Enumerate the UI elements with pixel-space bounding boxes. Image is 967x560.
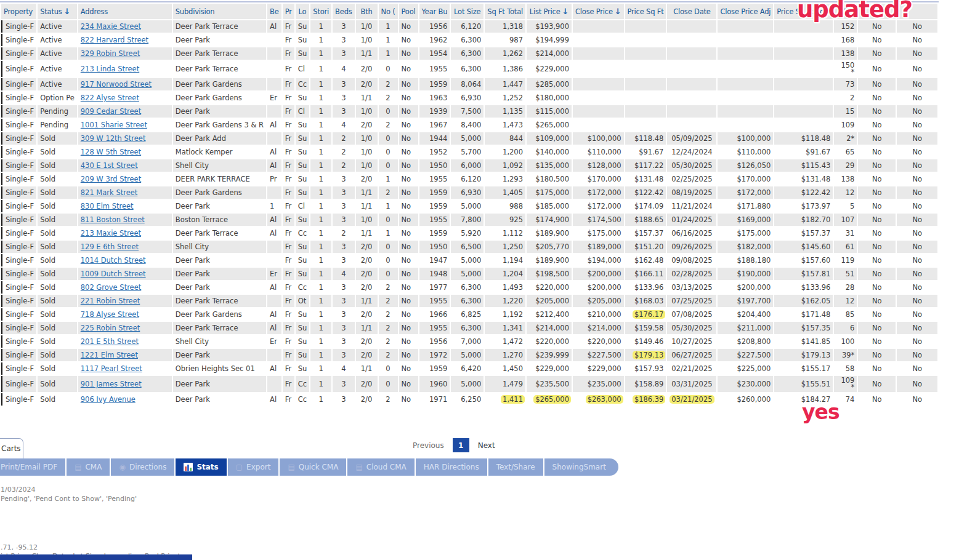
cell-address: 821 Mark Street — [78, 186, 172, 199]
column-header-status[interactable]: Status↓ — [38, 4, 77, 19]
column-header-year[interactable]: Year Bu — [419, 4, 450, 19]
address-link[interactable]: 802 Grove Street — [81, 283, 142, 292]
column-header-close[interactable]: Close Price↓ — [573, 4, 624, 19]
column-header-address[interactable]: Address — [78, 4, 172, 19]
toolbar-button-stats[interactable]: Stats — [176, 458, 226, 476]
listing-row: Single-FSold209 W 3rd StreetDEER PARK TE… — [1, 173, 937, 185]
cell-subdivision: Deer Park Gardens — [173, 186, 266, 199]
cell-lo: Su — [296, 268, 310, 280]
next-page-button[interactable]: Next — [478, 441, 495, 450]
toolbar-button-export[interactable]: ▢Export — [228, 458, 279, 476]
address-link[interactable]: 1014 Dutch Street — [81, 256, 146, 265]
address-link[interactable]: 213 Maxie Street — [81, 229, 141, 238]
cell-status: Active — [38, 47, 77, 60]
toolbar-button-showingsmart[interactable]: ShowingSmart — [544, 458, 618, 476]
address-link[interactable]: 309 W 12th Street — [81, 134, 146, 143]
cell-sqft: 1,472 — [485, 335, 525, 348]
cell-closedate: 03/31/2025 — [667, 376, 716, 392]
toolbar-button-cma[interactable]: ▤CMA — [67, 458, 110, 476]
cell-beds: 3 — [333, 254, 354, 266]
address-link[interactable]: 221 Robin Street — [81, 297, 140, 305]
cell-sqft: 1,341 — [485, 322, 525, 334]
column-header-property[interactable]: Property — [1, 4, 36, 19]
column-header-closedate[interactable]: Close Date — [667, 4, 716, 19]
cell-n2: No — [897, 186, 937, 199]
cell-close_adj: $171,880 — [718, 200, 773, 212]
column-header-no_g[interactable]: No ( — [379, 4, 398, 19]
cell-address: 309 W 12th Street — [78, 132, 172, 145]
cell-list: $220,000 — [527, 335, 572, 348]
address-link[interactable]: 811 Boston Street — [81, 215, 145, 224]
address-link[interactable]: 209 W 3rd Street — [81, 175, 141, 183]
address-link[interactable]: 901 James Street — [81, 380, 142, 388]
address-link[interactable]: 1117 Pearl Street — [81, 364, 142, 373]
address-link[interactable]: 718 Alyse Street — [81, 310, 139, 319]
cell-n2: No — [897, 159, 937, 172]
column-header-pool[interactable]: Pool — [399, 4, 418, 19]
cell-lo: Su — [296, 146, 310, 158]
address-link[interactable]: 213 Linda Street — [81, 65, 139, 73]
cell-pool: No — [399, 47, 418, 60]
cell-list: $115,000 — [527, 105, 572, 118]
cell-dom: 6 — [834, 322, 857, 334]
toolbar-button-text-share[interactable]: Text/Share — [488, 458, 543, 476]
column-header-psf[interactable]: Price Sq Ft — [625, 4, 666, 19]
current-page-indicator[interactable]: 1 — [453, 438, 469, 452]
column-header-stori[interactable]: Stori — [310, 4, 331, 19]
cell-pool: No — [399, 268, 418, 280]
column-header-pr[interactable]: Pr — [283, 4, 294, 19]
column-header-label: Close Date — [673, 7, 710, 16]
toolbar-button-print-email-pdf[interactable]: Print/Email PDF — [0, 458, 65, 476]
address-link[interactable]: 201 E 5th Street — [81, 337, 139, 346]
cell-property: Single-F — [1, 214, 36, 226]
address-link[interactable]: 830 Elm Street — [81, 202, 134, 210]
address-link[interactable]: 909 Cedar Street — [81, 107, 141, 116]
column-header-lot[interactable]: Lot Size — [451, 4, 484, 19]
toolbar-button-quick-cma[interactable]: ▤Quick CMA — [280, 458, 346, 476]
cell-close: $175,000 — [573, 227, 624, 239]
cell-n1: No — [858, 61, 896, 77]
cell-n2: No — [897, 119, 937, 131]
address-link[interactable]: 917 Norwood Street — [81, 80, 152, 89]
column-header-subdivision[interactable]: Subdivision — [173, 4, 266, 19]
previous-page-button[interactable]: Previous — [413, 441, 444, 450]
address-link[interactable]: 1221 Elm Street — [81, 351, 138, 359]
address-link[interactable]: 329 Robin Street — [81, 49, 140, 58]
cell-close_adj: $200,000 — [718, 281, 773, 294]
column-header-sqft[interactable]: Sq Ft Total — [485, 4, 525, 19]
tab-carts[interactable]: Carts — [0, 438, 23, 458]
toolbar-button-har-directions[interactable]: HAR Directions — [416, 458, 487, 476]
toolbar-button-label: ShowingSmart — [552, 463, 606, 471]
column-header-list[interactable]: List Price↓ — [527, 4, 572, 19]
cell-stori: 1 — [310, 20, 331, 33]
address-link[interactable]: 822 Alyse Street — [81, 94, 139, 102]
address-link[interactable]: 128 W 5th Street — [81, 148, 141, 156]
cell-sqft: 1,092 — [485, 159, 525, 172]
column-header-lo[interactable]: Lo — [296, 4, 310, 19]
address-link[interactable]: 225 Robin Street — [81, 324, 140, 332]
address-link[interactable]: 821 Mark Street — [81, 188, 138, 197]
column-header-close_adj[interactable]: Close Price Adj — [718, 4, 773, 19]
address-link[interactable]: 1009 Dutch Street — [81, 270, 146, 278]
listing-row: Single-FActive329 Robin StreetDeer Park … — [1, 47, 937, 60]
toolbar-button-cloud-cma[interactable]: ▤Cloud CMA — [347, 458, 414, 476]
cell-property: Single-F — [1, 362, 36, 375]
cell-pool: No — [399, 308, 418, 321]
address-link[interactable]: 234 Maxie Street — [81, 22, 141, 31]
address-link[interactable]: 822 Harvard Street — [81, 36, 148, 44]
address-link[interactable]: 1001 Sharie Street — [81, 121, 147, 129]
address-link[interactable]: 906 Ivy Avenue — [81, 395, 136, 404]
cell-dom: 107 — [834, 214, 857, 226]
column-header-be[interactable]: Be — [267, 4, 281, 19]
cell-no_g: 2 — [379, 78, 398, 90]
address-link[interactable]: 430 E 1st Street — [81, 161, 138, 170]
column-header-beds[interactable]: Beds — [333, 4, 354, 19]
cell-closedate: 02/25/2025 — [667, 173, 716, 185]
cell-lot: 6,120 — [451, 20, 484, 33]
column-header-bth[interactable]: Bth — [356, 4, 378, 19]
address-link[interactable]: 129 E 6th Street — [81, 242, 139, 251]
toolbar-button-directions[interactable]: ◉Directions — [111, 458, 174, 476]
cell-list: $285,000 — [527, 78, 572, 90]
column-header-label: Address — [81, 7, 108, 16]
cell-subdivision: Deer Park Terrace — [173, 295, 266, 307]
